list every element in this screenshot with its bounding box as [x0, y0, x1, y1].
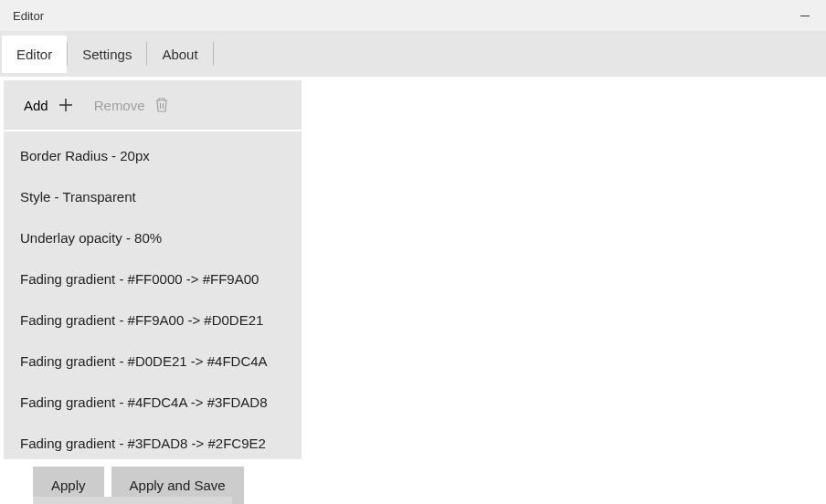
tab-editor[interactable]: Editor	[2, 36, 67, 73]
tab-label: Editor	[16, 47, 52, 62]
tab-bar: Editor Settings About	[0, 31, 826, 77]
partial-button[interactable]	[33, 497, 232, 504]
tab-label: About	[162, 47, 197, 62]
apply-save-label: Apply and Save	[130, 478, 226, 493]
minimize-button[interactable]	[784, 0, 826, 31]
content-area	[302, 77, 826, 504]
list-item[interactable]: Fading gradient - #D0DE21 -> #4FDC4A	[7, 341, 296, 382]
list-item[interactable]: Style - Transparent	[7, 176, 296, 217]
main-area: Add Remove Border Radius - 20px Style - …	[0, 77, 826, 504]
tab-separator	[213, 42, 214, 66]
list-item[interactable]: Fading gradient - #FF9A00 -> #D0DE21	[7, 299, 296, 341]
list-item[interactable]: Underlay opacity - 80%	[7, 217, 296, 258]
tab-about[interactable]: About	[147, 36, 212, 73]
list-item-label: Fading gradient - #FF0000 -> #FF9A00	[20, 271, 259, 287]
tab-settings[interactable]: Settings	[68, 36, 146, 73]
list-item-label: Border Radius - 20px	[20, 148, 150, 163]
apply-label: Apply	[51, 478, 86, 493]
window-controls	[784, 0, 826, 31]
remove-label: Remove	[94, 98, 145, 113]
list-item-label: Fading gradient - #3FDAD8 -> #2FC9E2	[20, 436, 266, 451]
list-item[interactable]: Fading gradient - #4FDC4A -> #3FDAD8	[7, 382, 296, 423]
tab-label: Settings	[82, 47, 132, 62]
list-item[interactable]: Border Radius - 20px	[7, 135, 296, 176]
list-item[interactable]: Fading gradient - #FF0000 -> #FF9A00	[7, 258, 296, 299]
property-list-wrap: Border Radius - 20px Style - Transparent…	[4, 131, 302, 459]
list-item-label: Fading gradient - #FF9A00 -> #D0DE21	[20, 312, 263, 328]
list-item[interactable]: Fading gradient - #3FDAD8 -> #2FC9E2	[7, 423, 296, 459]
svg-rect-0	[800, 16, 810, 16]
add-label: Add	[24, 98, 48, 113]
list-item-label: Fading gradient - #D0DE21 -> #4FDC4A	[20, 353, 268, 369]
trash-icon	[154, 97, 169, 113]
remove-button[interactable]: Remove	[87, 91, 176, 119]
list-item-label: Underlay opacity - 80%	[20, 230, 162, 246]
sidebar: Add Remove Border Radius - 20px Style - …	[0, 77, 302, 504]
list-item-label: Fading gradient - #4FDC4A -> #3FDAD8	[20, 394, 268, 410]
sidebar-toolbar: Add Remove	[4, 80, 302, 130]
property-list[interactable]: Border Radius - 20px Style - Transparent…	[4, 131, 302, 459]
minimize-icon	[800, 16, 810, 16]
add-button[interactable]: Add	[16, 91, 81, 119]
titlebar: Editor	[0, 0, 826, 31]
list-item-label: Style - Transparent	[20, 189, 136, 205]
plus-icon	[58, 97, 74, 113]
window-title: Editor	[13, 9, 44, 23]
